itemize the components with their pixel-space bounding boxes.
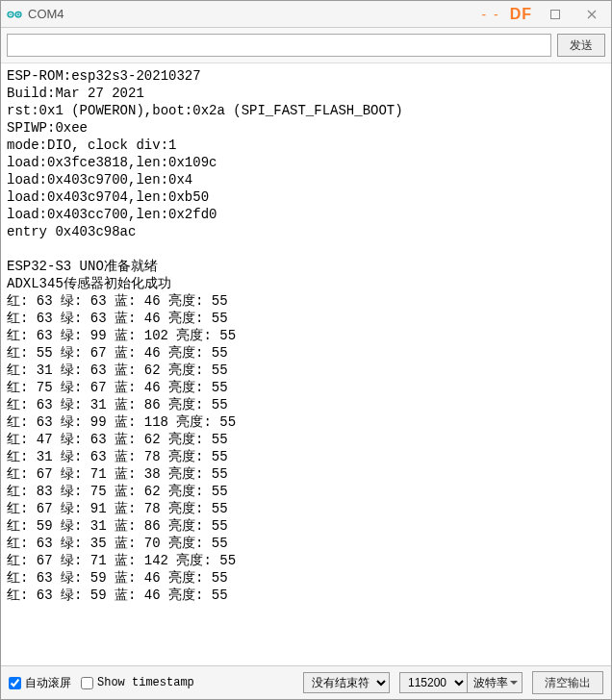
send-button[interactable]: 发送 [557, 34, 605, 57]
clear-button[interactable]: 清空输出 [532, 671, 603, 694]
watermark-dashes: - - [481, 7, 499, 22]
svg-rect-5 [551, 10, 560, 18]
baud-suffix: 波特率 [467, 672, 523, 693]
timestamp-label: Show timestamp [97, 676, 194, 689]
line-ending-select[interactable]: 没有结束符 [303, 672, 390, 693]
autoscroll-label: 自动滚屏 [25, 675, 71, 691]
window-title: COM4 [28, 7, 64, 21]
baud-select-wrap[interactable]: 115200 波特率 [399, 672, 523, 693]
bottombar: 自动滚屏 Show timestamp 没有结束符 115200 波特率 清空输… [1, 666, 611, 699]
titlebar: COM4 - - DF [1, 1, 611, 28]
send-row: 发送 [1, 28, 611, 63]
arduino-icon [7, 7, 22, 22]
send-input[interactable] [7, 34, 551, 57]
maximize-icon[interactable] [542, 5, 569, 24]
timestamp-checkbox[interactable]: Show timestamp [81, 676, 194, 689]
baud-select[interactable]: 115200 [399, 672, 467, 693]
timestamp-input[interactable] [81, 677, 93, 689]
serial-console: ESP-ROM:esp32s3-20210327 Build:Mar 27 20… [1, 63, 611, 666]
watermark-text: DF [510, 6, 532, 23]
autoscroll-checkbox[interactable]: 自动滚屏 [9, 675, 71, 691]
autoscroll-input[interactable] [9, 677, 21, 689]
close-icon[interactable] [578, 5, 605, 24]
